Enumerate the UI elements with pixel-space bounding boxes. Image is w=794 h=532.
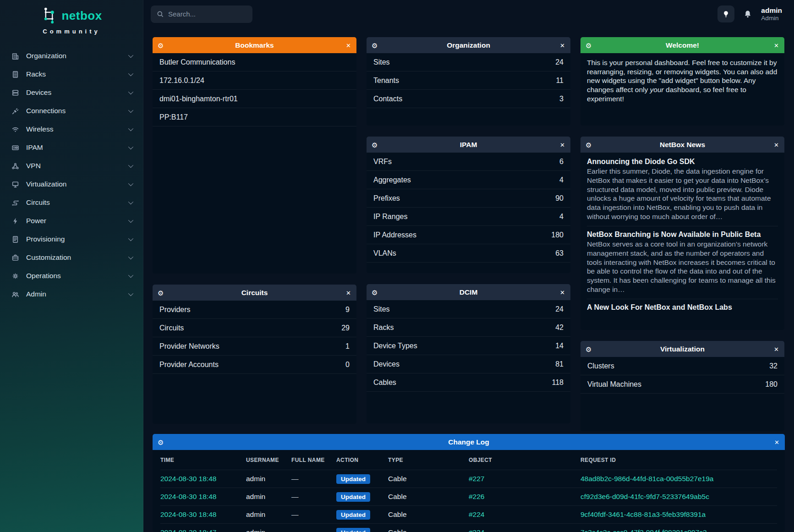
gear-icon[interactable]: ⚙ — [586, 141, 591, 148]
news-item-title[interactable]: Announcing the Diode Go SDK — [587, 158, 778, 166]
widget-title: Virtualization — [660, 345, 705, 353]
sidebar-item-virtualization[interactable]: Virtualization — [0, 175, 143, 193]
news-item-body: Earlier this summer, Diode, the data ing… — [587, 167, 778, 221]
stat-row[interactable]: Prefixes90 — [367, 189, 570, 208]
close-icon[interactable]: ✕ — [560, 289, 565, 295]
widget-header[interactable]: ⚙ Welcome! ✕ — [580, 37, 784, 53]
bookmark-item[interactable]: 172.16.0.1/24 — [153, 71, 356, 90]
change-time-link[interactable]: 2024-08-30 18:47 — [160, 528, 246, 532]
news-item-title[interactable]: NetBox Branching is Now Available in Pub… — [587, 230, 778, 239]
stat-row[interactable]: Aggregates4 — [367, 171, 570, 189]
bookmark-item[interactable]: dmi01-binghamton-rtr01 — [153, 90, 356, 108]
sidebar-item-operations[interactable]: Operations — [0, 267, 143, 285]
plug-icon — [11, 107, 19, 115]
stat-row[interactable]: Provider Accounts0 — [153, 356, 356, 374]
search-icon — [157, 11, 164, 18]
gear-icon[interactable]: ⚙ — [372, 42, 378, 49]
bookmark-item[interactable]: Butler Communications — [153, 53, 356, 71]
sidebar-item-racks[interactable]: Racks — [0, 65, 143, 83]
user-menu[interactable]: admin Admin — [761, 6, 782, 22]
stat-row[interactable]: IP Addresses180 — [367, 226, 570, 244]
gear-icon[interactable]: ⚙ — [372, 141, 378, 148]
chevron-down-icon — [128, 53, 133, 58]
gear-icon[interactable]: ⚙ — [158, 439, 164, 445]
widget-header[interactable]: ⚙ Change Log ✕ — [153, 434, 785, 450]
close-icon[interactable]: ✕ — [346, 290, 351, 296]
gear-icon[interactable]: ⚙ — [158, 42, 164, 49]
close-icon[interactable]: ✕ — [560, 42, 565, 48]
stat-row[interactable]: Circuits29 — [153, 319, 356, 337]
change-object-link[interactable]: #226 — [469, 493, 580, 501]
sidebar-item-circuits[interactable]: Circuits — [0, 193, 143, 212]
stat-row[interactable]: Tenants11 — [367, 71, 570, 90]
widget-header[interactable]: ⚙ Bookmarks ✕ — [153, 37, 356, 53]
stat-row[interactable]: VRFs6 — [367, 153, 570, 171]
change-request-id-link[interactable]: 48ad8b2c-986d-44fd-81ca-00d55b27e19a — [580, 475, 777, 483]
bookmark-label: PP:B117 — [159, 113, 188, 121]
sidebar-item-wireless[interactable]: Wireless — [0, 120, 143, 138]
widget-header[interactable]: ⚙ Virtualization ✕ — [580, 341, 784, 357]
search-box[interactable] — [151, 5, 252, 23]
close-icon[interactable]: ✕ — [774, 439, 779, 445]
change-time-link[interactable]: 2024-08-30 18:48 — [160, 493, 246, 501]
stat-row[interactable]: Devices81 — [367, 355, 570, 373]
stat-row[interactable]: Sites24 — [367, 300, 570, 318]
stat-row[interactable]: Clusters32 — [580, 357, 784, 375]
sidebar-item-customization[interactable]: Customization — [0, 248, 143, 267]
stat-row[interactable]: Cables118 — [367, 373, 570, 392]
widget-header[interactable]: ⚙ Circuits ✕ — [153, 285, 356, 301]
brand[interactable]: netbox Community — [0, 0, 143, 38]
stat-row[interactable]: Sites24 — [367, 53, 570, 71]
stat-label: Sites — [373, 58, 390, 66]
widget-header[interactable]: ⚙ IPAM ✕ — [367, 137, 570, 153]
bookmark-item[interactable]: PP:B117 — [153, 108, 356, 126]
username: admin — [761, 6, 782, 15]
stat-value: 180 — [765, 380, 778, 389]
close-icon[interactable]: ✕ — [774, 346, 779, 352]
stat-row[interactable]: VLANs63 — [367, 244, 570, 263]
close-icon[interactable]: ✕ — [774, 42, 779, 48]
sidebar-item-connections[interactable]: Connections — [0, 102, 143, 120]
sidebar-item-ipam[interactable]: IPAM — [0, 138, 143, 157]
news-item-title[interactable]: A New Look For NetBox and NetBox Labs — [587, 303, 778, 312]
change-object-link[interactable]: #224 — [469, 510, 580, 519]
stat-value: 63 — [555, 249, 564, 258]
gear-icon[interactable]: ⚙ — [158, 289, 164, 296]
gear-icon[interactable]: ⚙ — [372, 289, 378, 296]
close-icon[interactable]: ✕ — [560, 142, 565, 148]
change-request-id-link[interactable]: cf92d3e6-d09d-41fc-9fd7-52337649ab5c — [580, 493, 777, 501]
sidebar-item-vpn[interactable]: VPN — [0, 157, 143, 175]
sidebar-item-admin[interactable]: Admin — [0, 285, 143, 303]
change-time-link[interactable]: 2024-08-30 18:48 — [160, 510, 246, 519]
stat-row[interactable]: IP Ranges4 — [367, 208, 570, 226]
sidebar-item-organization[interactable]: Organization — [0, 47, 143, 65]
sidebar-item-devices[interactable]: Devices — [0, 83, 143, 102]
stat-row[interactable]: Racks42 — [367, 318, 570, 337]
widget-header[interactable]: ⚙ NetBox News ✕ — [580, 137, 784, 153]
change-time-link[interactable]: 2024-08-30 18:48 — [160, 475, 246, 483]
close-icon[interactable]: ✕ — [774, 142, 779, 148]
stat-row[interactable]: Virtual Machines180 — [580, 375, 784, 394]
widget-header[interactable]: ⚙ DCIM ✕ — [367, 284, 570, 300]
sidebar-item-provisioning[interactable]: Provisioning — [0, 230, 143, 248]
stat-row[interactable]: Providers9 — [153, 301, 356, 319]
change-username: admin — [246, 510, 291, 519]
stat-row[interactable]: Contacts3 — [367, 90, 570, 108]
chevron-down-icon — [128, 126, 133, 131]
stat-row[interactable]: Device Types14 — [367, 337, 570, 355]
change-object-link[interactable]: #227 — [469, 475, 580, 483]
gear-icon[interactable]: ⚙ — [586, 42, 591, 49]
sidebar-item-power[interactable]: Power — [0, 212, 143, 230]
search-input[interactable] — [168, 10, 246, 18]
change-request-id-link[interactable]: 7c3c4c2c-ccc9-47f2-994f-f99201c997c2 — [580, 528, 777, 532]
widget-header[interactable]: ⚙ Organization ✕ — [367, 37, 570, 53]
theme-toggle-button[interactable] — [717, 5, 734, 22]
change-object-link[interactable]: #224 — [469, 528, 580, 532]
brand-subtitle: Community — [0, 28, 143, 35]
gear-icon[interactable]: ⚙ — [586, 346, 591, 352]
stat-row[interactable]: Provider Networks1 — [153, 337, 356, 356]
change-request-id-link[interactable]: 9cf40fdf-3461-4c88-81a3-5feb39f8391a — [580, 510, 777, 519]
close-icon[interactable]: ✕ — [346, 42, 351, 48]
stat-value: 3 — [559, 95, 564, 103]
notifications-bell-icon[interactable] — [743, 10, 752, 19]
